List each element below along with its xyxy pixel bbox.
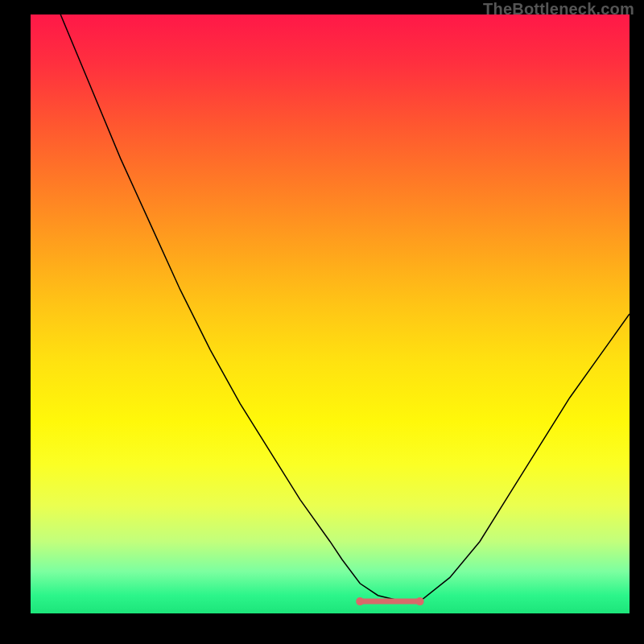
flat-end-dot <box>416 597 424 605</box>
plot-area <box>31 14 630 613</box>
curve-layer <box>31 14 630 613</box>
watermark-text: TheBottleneck.com <box>483 0 634 19</box>
flat-start-dot <box>356 597 364 605</box>
chart-frame: TheBottleneck.com <box>0 0 644 644</box>
bottleneck-curve <box>60 14 630 601</box>
